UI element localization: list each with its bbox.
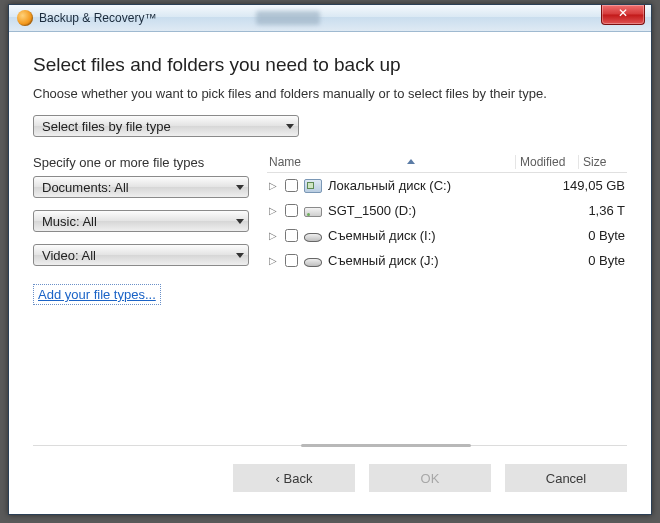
video-select-value: Video: All — [42, 248, 96, 263]
drive-checkbox[interactable] — [285, 229, 298, 242]
drive-checkbox[interactable] — [285, 179, 298, 192]
drive-label: Съемный диск (J:) — [328, 253, 549, 268]
drive-size: 0 Byte — [549, 228, 627, 243]
dialog-body: Select files and folders you need to bac… — [9, 32, 651, 305]
mode-select-value: Select files by file type — [42, 119, 171, 134]
drive-size: 1,36 T — [549, 203, 627, 218]
horizontal-scrollbar[interactable] — [301, 444, 471, 447]
documents-select-value: Documents: All — [42, 180, 129, 195]
dialog-window: Backup & Recovery™ ✕ Select files and fo… — [8, 4, 652, 515]
drive-label: Съемный диск (I:) — [328, 228, 549, 243]
button-bar: ‹ Back OK Cancel — [233, 464, 627, 492]
video-select[interactable]: Video: All — [33, 244, 249, 266]
chevron-down-icon — [236, 253, 244, 258]
drive-size: 149,05 GB — [549, 178, 627, 193]
cancel-button-label: Cancel — [546, 471, 586, 486]
back-button-label: ‹ Back — [276, 471, 313, 486]
specify-label: Specify one or more file types — [33, 155, 267, 170]
drive-row[interactable]: ▷ Съемный диск (J:) 0 Byte — [267, 248, 627, 273]
sort-asc-icon — [407, 159, 415, 164]
expand-icon[interactable]: ▷ — [269, 255, 279, 266]
back-button[interactable]: ‹ Back — [233, 464, 355, 492]
window-title: Backup & Recovery™ — [39, 11, 156, 25]
chevron-down-icon — [286, 124, 294, 129]
drive-tree: Name Modified Size ▷ Локальный диск (C:)… — [267, 151, 627, 305]
expand-icon[interactable]: ▷ — [269, 205, 279, 216]
ok-button: OK — [369, 464, 491, 492]
ok-button-label: OK — [421, 471, 440, 486]
column-name[interactable]: Name — [269, 155, 301, 169]
parent-title-blur — [256, 11, 320, 25]
close-button[interactable]: ✕ — [601, 5, 645, 25]
expand-icon[interactable]: ▷ — [269, 180, 279, 191]
drive-checkbox[interactable] — [285, 204, 298, 217]
column-modified[interactable]: Modified — [515, 155, 579, 169]
drive-row[interactable]: ▷ Локальный диск (C:) 149,05 GB — [267, 173, 627, 198]
filetype-panel: Specify one or more file types Documents… — [33, 151, 267, 305]
column-headers: Name Modified Size — [267, 151, 627, 173]
chevron-down-icon — [236, 185, 244, 190]
add-file-types-link[interactable]: Add your file types... — [33, 284, 161, 305]
removable-disk-icon — [304, 233, 322, 242]
drive-label: Локальный диск (C:) — [328, 178, 549, 193]
mode-select[interactable]: Select files by file type — [33, 115, 299, 137]
chevron-down-icon — [236, 219, 244, 224]
local-disk-icon — [304, 179, 322, 193]
cancel-button[interactable]: Cancel — [505, 464, 627, 492]
column-size[interactable]: Size — [579, 155, 625, 169]
drive-size: 0 Byte — [549, 253, 627, 268]
hard-disk-icon — [304, 207, 322, 217]
expand-icon[interactable]: ▷ — [269, 230, 279, 241]
app-icon — [17, 10, 33, 26]
close-icon: ✕ — [618, 6, 628, 20]
music-select-value: Music: All — [42, 214, 97, 229]
documents-select[interactable]: Documents: All — [33, 176, 249, 198]
title-bar: Backup & Recovery™ ✕ — [9, 5, 651, 32]
drive-row[interactable]: ▷ SGT_1500 (D:) 1,36 T — [267, 198, 627, 223]
drive-checkbox[interactable] — [285, 254, 298, 267]
drive-row[interactable]: ▷ Съемный диск (I:) 0 Byte — [267, 223, 627, 248]
removable-disk-icon — [304, 258, 322, 267]
page-title: Select files and folders you need to bac… — [33, 54, 627, 76]
page-subtitle: Choose whether you want to pick files an… — [33, 86, 627, 101]
music-select[interactable]: Music: All — [33, 210, 249, 232]
separator — [33, 445, 627, 446]
drive-label: SGT_1500 (D:) — [328, 203, 549, 218]
